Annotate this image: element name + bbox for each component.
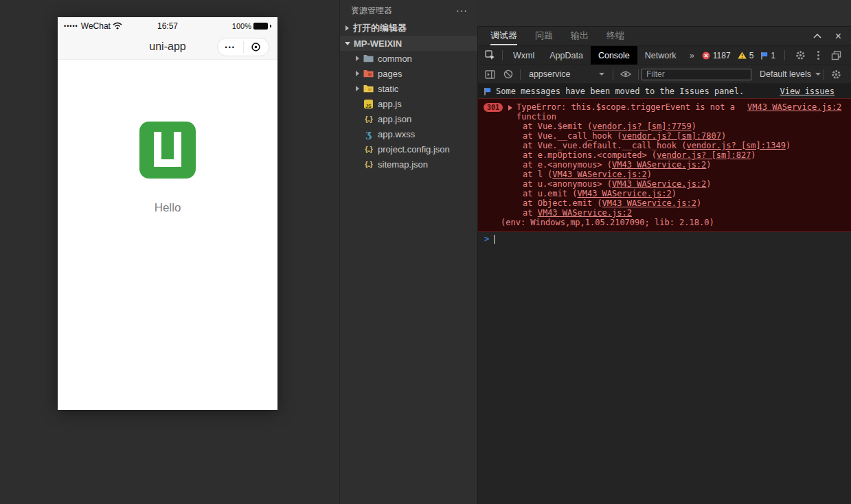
tab-appdata[interactable]: AppData (542, 46, 591, 65)
battery-icon (253, 23, 268, 30)
logo-u-shape (154, 132, 181, 167)
tree-item-appjs[interactable]: JS app.js (340, 96, 477, 111)
stack-link[interactable]: vendor.js? [sm]:7807 (622, 131, 722, 141)
simulator-panel: ••••• WeChat 16:57 100% uni-app ••• (0, 0, 339, 504)
clear-console-icon[interactable] (499, 65, 517, 83)
issues-flag-icon (760, 51, 768, 60)
chevron-right-icon (356, 86, 359, 91)
open-editors-section[interactable]: 打开的编辑器 (340, 21, 477, 36)
inspect-element-icon[interactable] (481, 46, 499, 65)
stack-frame: at VM43 WAService.js:2 (523, 208, 835, 218)
close-panel-icon[interactable]: × (835, 31, 841, 42)
chevron-down-icon (345, 42, 350, 45)
console-sidebar-icon[interactable] (481, 65, 499, 83)
tree-item-projectconfig[interactable]: {..} project.config.json (340, 141, 477, 157)
tree-item-common[interactable]: common (340, 51, 477, 66)
capsule-close-button[interactable] (244, 38, 269, 56)
tree-item-label: app.js (378, 99, 402, 109)
tree-item-label: app.wxss (378, 129, 415, 139)
stack-link[interactable]: VM43 WAService.js:2 (538, 208, 632, 218)
log-levels-select[interactable]: Default levels (760, 69, 821, 79)
eye-live-expression-icon[interactable] (616, 65, 635, 83)
console-prompt[interactable]: > (478, 232, 851, 246)
console-error-entry: 301 TypeError: this.$scope.triggerEvent … (478, 98, 851, 232)
tab-wxml[interactable]: Wxml (506, 46, 542, 65)
tree-item-label: app.json (378, 114, 411, 124)
console-toolbar: appservice Default levels (478, 65, 851, 84)
caret-down-icon (815, 73, 821, 76)
chevron-right-icon (345, 25, 349, 31)
tab-problems[interactable]: 问题 (535, 27, 553, 45)
stack-link[interactable]: VM43 WAService.js:2 (552, 170, 646, 179)
json-file-icon: {..} (363, 115, 374, 123)
more-dots-icon: ••• (225, 44, 236, 51)
battery-percent: 100% (232, 22, 251, 30)
javascript-file-icon: JS (363, 100, 374, 108)
stack-link[interactable]: VM43 WAService.js:2 (602, 198, 696, 208)
error-count-badge[interactable]: 1187 (702, 51, 731, 60)
repeat-count-badge: 301 (484, 103, 503, 112)
undock-window-icon[interactable] (827, 51, 846, 60)
error-message: TypeError: this.$scope.triggerEvent is n… (517, 102, 747, 122)
tree-item-pages[interactable]: pages (340, 66, 477, 81)
more-tabs-icon[interactable]: » (684, 50, 700, 60)
wechat-capsule: ••• (217, 38, 269, 56)
hello-text: Hello (155, 201, 181, 215)
view-issues-link[interactable]: View issues (780, 87, 835, 96)
divider (520, 69, 521, 80)
warning-count-badge[interactable]: 5 (738, 51, 754, 60)
tab-terminal[interactable]: 终端 (606, 27, 624, 45)
more-options-icon[interactable] (813, 54, 824, 56)
stack-frame: at u.<anonymous> (VM43 WAService.js:2) (523, 179, 835, 189)
target-circle-icon (251, 42, 261, 52)
explorer-more-icon[interactable]: ··· (456, 5, 468, 16)
expand-error-icon[interactable] (508, 105, 512, 111)
project-root-label: MP-WEIXIN (354, 38, 402, 49)
collapse-panel-icon[interactable] (813, 34, 821, 38)
stack-link[interactable]: vendor.js? [sm]:7759 (592, 122, 692, 131)
phone-status-bar: ••••• WeChat 16:57 100% (58, 17, 277, 34)
stack-link[interactable]: VM43 WAService.js:2 (612, 160, 706, 170)
context-select[interactable]: appservice (523, 65, 610, 83)
tab-network[interactable]: Network (637, 46, 684, 65)
message-count-badge[interactable]: 1 (760, 51, 775, 60)
project-root-section[interactable]: MP-WEIXIN (340, 36, 477, 51)
stack-link[interactable]: VM43 WAService.js:2 (577, 189, 671, 198)
tree-item-label: common (378, 54, 412, 64)
stack-frame: at Vue._vue.default.__call_hook (vendor.… (523, 141, 835, 150)
tree-item-sitemap[interactable]: {..} sitemap.json (340, 157, 477, 172)
folder-icon (363, 84, 374, 93)
folder-icon (363, 54, 374, 62)
stack-link[interactable]: vendor.js? [sm]:827 (657, 150, 751, 160)
tree-item-appwxss[interactable]: ʒ app.wxss (340, 126, 477, 141)
tab-debugger[interactable]: 调试器 (490, 27, 517, 45)
file-explorer-panel: 资源管理器 ··· 打开的编辑器 MP-WEIXIN common pages … (339, 0, 477, 504)
filter-input[interactable] (642, 69, 751, 80)
divider (638, 69, 639, 80)
tree-item-label: pages (378, 69, 402, 79)
uniapp-logo-icon (139, 122, 196, 179)
tree-item-label: static (378, 84, 398, 94)
console-settings-icon[interactable] (827, 69, 846, 80)
chevron-right-icon (356, 71, 359, 76)
devtools-settings-icon[interactable] (791, 50, 810, 60)
stack-link[interactable]: VM43 WAService.js:2 (612, 179, 706, 189)
issues-flag-icon (484, 87, 491, 95)
stack-frame: at e.mpOptions.<computed> (vendor.js? [s… (523, 150, 835, 160)
stack-frame: at l (VM43 WAService.js:2) (523, 170, 835, 179)
folder-icon (363, 69, 374, 78)
capsule-more-button[interactable]: ••• (218, 38, 243, 56)
json-file-icon: {..} (363, 160, 374, 168)
tree-item-static[interactable]: static (340, 81, 477, 96)
mini-program-content: Hello (58, 60, 277, 409)
devtools-tab-bar: Wxml AppData Console Network » 1187 5 1 (478, 45, 851, 65)
tab-console[interactable]: Console (591, 46, 637, 65)
stack-frame: at u.emit (VM43 WAService.js:2) (523, 189, 835, 198)
error-source-link[interactable]: VM43 WAService.js:2 (747, 102, 841, 112)
battery-nub (270, 25, 271, 27)
tab-output[interactable]: 输出 (571, 27, 589, 45)
tree-item-label: project.config.json (378, 144, 450, 154)
tree-item-appjson[interactable]: {..} app.json (340, 111, 477, 126)
debugger-panel: 调试器 问题 输出 终端 × Wxml AppData Console Netw… (477, 26, 851, 504)
stack-link[interactable]: vendor.js? [sm]:1349 (686, 141, 786, 150)
